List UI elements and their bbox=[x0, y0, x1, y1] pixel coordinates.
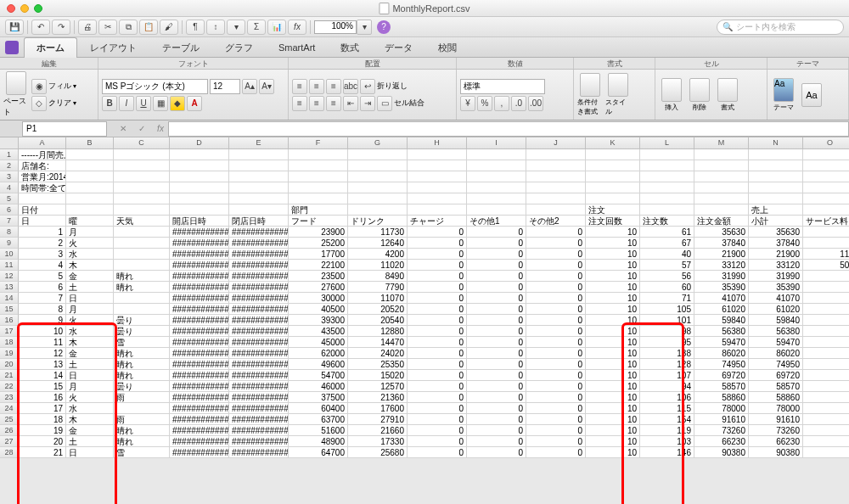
cell[interactable]: 0 bbox=[803, 359, 849, 370]
cell[interactable]: 土 bbox=[66, 436, 114, 447]
row-header[interactable]: 14 bbox=[0, 293, 19, 304]
cell[interactable]: 0 bbox=[803, 425, 849, 436]
cell[interactable]: 46000 bbox=[289, 381, 348, 392]
cell[interactable]: ############ bbox=[229, 447, 289, 458]
cell[interactable]: 20540 bbox=[348, 315, 408, 326]
cell[interactable] bbox=[467, 204, 526, 216]
align-bottom-icon[interactable]: ≡ bbox=[326, 79, 341, 94]
cell[interactable]: 0 bbox=[803, 337, 849, 348]
cell[interactable]: 10 bbox=[586, 381, 640, 392]
cell[interactable] bbox=[694, 204, 749, 216]
cell[interactable]: 101 bbox=[640, 315, 694, 326]
cell[interactable] bbox=[114, 238, 170, 249]
cell[interactable]: 25200 bbox=[289, 238, 348, 249]
cell[interactable] bbox=[289, 171, 348, 182]
cell[interactable]: 78000 bbox=[749, 403, 803, 414]
cell[interactable] bbox=[114, 193, 170, 204]
tab-chart[interactable]: グラフ bbox=[212, 37, 266, 58]
cell[interactable]: ############ bbox=[229, 403, 289, 414]
cell[interactable] bbox=[694, 160, 749, 171]
filter-icon[interactable]: ▾ bbox=[227, 20, 245, 35]
row-header[interactable]: 25 bbox=[0, 414, 19, 425]
cell[interactable]: 12 bbox=[19, 348, 66, 359]
cell[interactable]: 0 bbox=[803, 403, 849, 414]
cell[interactable] bbox=[66, 160, 114, 171]
cell[interactable]: 56 bbox=[640, 271, 694, 282]
cell[interactable]: 128 bbox=[640, 359, 694, 370]
column-header[interactable]: C bbox=[114, 137, 170, 149]
cell[interactable] bbox=[749, 193, 803, 204]
cell[interactable] bbox=[408, 182, 467, 193]
cell[interactable]: 売上 bbox=[749, 204, 803, 216]
row-header[interactable]: 17 bbox=[0, 326, 19, 337]
cell[interactable]: 119 bbox=[640, 425, 694, 436]
cell[interactable] bbox=[289, 182, 348, 193]
cell[interactable]: 0 bbox=[803, 414, 849, 425]
cell[interactable]: 0 bbox=[408, 359, 467, 370]
cell[interactable] bbox=[229, 204, 289, 216]
cell[interactable]: 21660 bbox=[348, 425, 408, 436]
cell[interactable] bbox=[640, 182, 694, 193]
cell[interactable]: 63700 bbox=[289, 414, 348, 425]
tab-review[interactable]: 校閲 bbox=[425, 37, 469, 58]
cell[interactable]: 59470 bbox=[749, 337, 803, 348]
cell[interactable]: ############ bbox=[170, 436, 229, 447]
cell[interactable]: 14470 bbox=[348, 337, 408, 348]
cell[interactable]: 64700 bbox=[289, 447, 348, 458]
cell[interactable]: 日 bbox=[19, 216, 66, 227]
cell[interactable] bbox=[66, 171, 114, 182]
cell[interactable]: ############ bbox=[229, 414, 289, 425]
cell[interactable] bbox=[170, 149, 229, 160]
cell[interactable]: 59840 bbox=[749, 315, 803, 326]
cell[interactable]: 0 bbox=[526, 260, 586, 271]
cell[interactable]: 95 bbox=[640, 337, 694, 348]
cell[interactable]: 0 bbox=[526, 436, 586, 447]
wrap-text-icon[interactable]: ↩ bbox=[360, 79, 375, 94]
cell[interactable]: ------月間売上集計------ bbox=[19, 149, 66, 160]
cell[interactable]: 土 bbox=[66, 282, 114, 293]
zoom-window-button[interactable] bbox=[34, 4, 42, 13]
align-center-icon[interactable]: ≡ bbox=[309, 96, 324, 111]
cell[interactable]: 水 bbox=[66, 403, 114, 414]
fx-icon[interactable]: fx bbox=[288, 20, 306, 35]
cell[interactable] bbox=[526, 160, 586, 171]
cell[interactable]: ############ bbox=[170, 315, 229, 326]
font-name-combo[interactable]: MS Pゴシック (本文) bbox=[102, 79, 208, 94]
cell[interactable]: 59840 bbox=[694, 315, 749, 326]
cell[interactable]: 日付 bbox=[19, 204, 66, 216]
align-middle-icon[interactable]: ≡ bbox=[309, 79, 324, 94]
cell[interactable] bbox=[640, 160, 694, 171]
tab-table[interactable]: テーブル bbox=[149, 37, 212, 58]
cell[interactable]: 41070 bbox=[694, 293, 749, 304]
cell[interactable]: 58570 bbox=[749, 381, 803, 392]
cell[interactable]: 25680 bbox=[348, 447, 408, 458]
cell[interactable]: 10 bbox=[586, 293, 640, 304]
cell[interactable]: 0 bbox=[408, 271, 467, 282]
cell[interactable]: 51600 bbox=[289, 425, 348, 436]
cell[interactable]: 30000 bbox=[289, 293, 348, 304]
cell[interactable] bbox=[114, 403, 170, 414]
cell[interactable]: 0 bbox=[408, 293, 467, 304]
cell[interactable] bbox=[114, 304, 170, 315]
cell[interactable]: 58860 bbox=[749, 392, 803, 403]
cell[interactable]: 雨 bbox=[114, 414, 170, 425]
cell[interactable]: 時間帯:全て bbox=[19, 182, 66, 193]
cell[interactable] bbox=[803, 182, 849, 193]
row-header[interactable]: 9 bbox=[0, 238, 19, 249]
cell[interactable]: 10 bbox=[586, 260, 640, 271]
cell[interactable]: 10 bbox=[586, 359, 640, 370]
cell[interactable]: 晴れ bbox=[114, 282, 170, 293]
cell[interactable]: 0 bbox=[467, 436, 526, 447]
cell[interactable]: 0 bbox=[526, 326, 586, 337]
cut-icon[interactable]: ✂ bbox=[98, 20, 117, 35]
cell[interactable]: 23900 bbox=[289, 227, 348, 238]
cell[interactable]: 0 bbox=[803, 348, 849, 359]
cell[interactable]: 金 bbox=[66, 348, 114, 359]
cell[interactable]: 月 bbox=[66, 227, 114, 238]
cell[interactable]: 19 bbox=[19, 425, 66, 436]
cell[interactable]: ############ bbox=[229, 337, 289, 348]
grow-font-icon[interactable]: A▴ bbox=[242, 79, 257, 94]
cell[interactable]: ############ bbox=[229, 392, 289, 403]
redo-icon[interactable]: ↷ bbox=[52, 20, 70, 35]
tab-home[interactable]: ホーム bbox=[24, 37, 77, 58]
